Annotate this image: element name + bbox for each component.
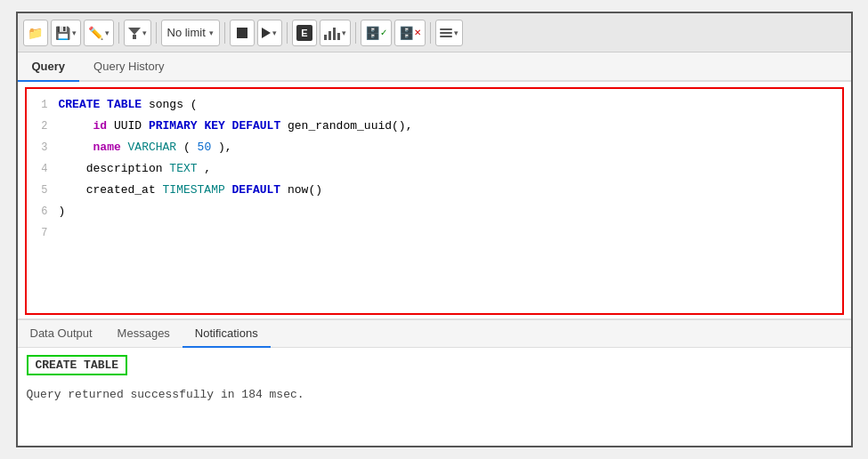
pen-icon — [88, 26, 103, 40]
kw-create: CREATE TABLE — [59, 98, 142, 111]
code-line-5: 5 created_at TIMESTAMP DEFAULT now() — [27, 180, 842, 201]
tab-query-history-label: Query History — [93, 60, 164, 73]
indent-4: description — [59, 162, 170, 175]
line-content-3: name VARCHAR ( 50 ), — [59, 138, 842, 157]
output-message: Query returned successfully in 184 msec. — [27, 388, 842, 401]
kw-name: name — [93, 141, 121, 154]
edit-caret-icon: ▾ — [105, 28, 110, 37]
separator-6 — [430, 22, 431, 44]
type-timestamp: TIMESTAMP — [163, 183, 225, 197]
open-file-button[interactable] — [23, 20, 48, 46]
db-icon-1: 🗄️ — [365, 26, 380, 40]
code-line-3: 3 name VARCHAR ( 50 ), — [27, 137, 842, 158]
explain-icon: E — [296, 25, 312, 41]
kw-primary: PRIMARY KEY DEFAULT — [149, 119, 280, 133]
stop-button[interactable] — [230, 20, 255, 46]
id-paren-close: ), — [218, 141, 232, 154]
output-badge-text: CREATE TABLE — [36, 358, 119, 372]
fn-now: now() — [288, 183, 322, 197]
id-close-paren: ) — [59, 205, 66, 218]
id-paren-open: ( — [183, 141, 191, 154]
line-content-6: ) — [59, 202, 842, 221]
list-caret-icon: ▾ — [454, 28, 458, 37]
line-content-2: id UUID PRIMARY KEY DEFAULT gen_random_u… — [59, 117, 842, 136]
save-button[interactable]: ▾ — [51, 20, 81, 46]
top-tabs: Query Query History — [18, 52, 851, 82]
type-text: TEXT — [169, 162, 197, 175]
edit-button[interactable]: ▾ — [84, 20, 114, 46]
list-icon — [440, 28, 452, 37]
code-line-1: 1 CREATE TABLE songs ( — [27, 94, 842, 116]
db-x-icon: ✕ — [414, 28, 421, 37]
type-varchar: VARCHAR — [128, 141, 177, 154]
kw-id: id — [93, 119, 108, 133]
line-num-5: 5 — [27, 181, 59, 199]
db-check-icon: ✓ — [380, 28, 387, 37]
id-comma-4: , — [204, 162, 211, 175]
code-line-7: 7 — [27, 223, 842, 243]
kw-default-5: DEFAULT — [232, 183, 281, 197]
indent-2 — [59, 119, 86, 133]
play-icon — [262, 28, 271, 38]
tab-query-history[interactable]: Query History — [79, 52, 178, 82]
code-line-2: 2 id UUID PRIMARY KEY DEFAULT gen_random… — [27, 116, 842, 137]
separator-3 — [224, 22, 225, 44]
separator-2 — [156, 22, 157, 44]
chart-icon — [324, 26, 340, 40]
chart-caret-icon: ▾ — [342, 28, 346, 37]
line-content-4: description TEXT , — [59, 159, 842, 179]
folder-icon — [28, 26, 43, 40]
fn-uuid: gen_random_uuid(), — [288, 119, 412, 133]
line-num-7: 7 — [27, 224, 59, 242]
line-num-3: 3 — [27, 139, 59, 157]
no-limit-caret-icon: ▾ — [209, 28, 214, 37]
save-icon — [55, 26, 70, 40]
tab-query[interactable]: Query — [18, 52, 80, 82]
db-icon-2: 🗄️ — [399, 26, 414, 40]
output-message-text: Query returned successfully in 184 msec. — [27, 388, 304, 401]
output-area: CREATE TABLE Query returned successfully… — [18, 348, 851, 446]
line-num-6: 6 — [27, 203, 59, 221]
output-badge: CREATE TABLE — [27, 355, 128, 375]
id-uuid: UUID — [114, 119, 149, 133]
num-50: 50 — [198, 141, 212, 154]
stop-icon — [237, 28, 247, 38]
line-content-5: created_at TIMESTAMP DEFAULT now() — [59, 181, 842, 200]
separator-4 — [287, 22, 288, 44]
db-button-1[interactable]: 🗄️ ✓ — [361, 20, 392, 46]
filter-icon — [128, 28, 141, 38]
tab-notifications[interactable]: Notifications — [183, 320, 271, 348]
tab-data-output-label: Data Output — [30, 326, 93, 340]
list-button[interactable]: ▾ — [435, 20, 463, 46]
run-caret-icon: ▾ — [272, 28, 277, 37]
no-limit-label: No limit — [167, 26, 206, 39]
bottom-tabs: Data Output Messages Notifications — [18, 318, 851, 348]
indent-5: created_at — [59, 183, 163, 197]
run-button[interactable]: ▾ — [257, 20, 282, 46]
toolbar: ▾ ▾ ▾ No limit ▾ ▾ E — [18, 13, 851, 52]
filter-button[interactable]: ▾ — [124, 20, 151, 46]
no-limit-dropdown[interactable]: No limit ▾ — [161, 20, 220, 46]
db-button-2[interactable]: 🗄️ ✕ — [394, 20, 426, 46]
code-lines: 1 CREATE TABLE songs ( 2 id UUID PRIMARY… — [27, 89, 842, 248]
indent-3 — [59, 141, 86, 154]
filter-caret-icon: ▾ — [142, 28, 147, 37]
code-editor[interactable]: 1 CREATE TABLE songs ( 2 id UUID PRIMARY… — [25, 87, 844, 315]
explain-button[interactable]: E — [292, 20, 317, 46]
tab-notifications-label: Notifications — [195, 326, 258, 340]
tab-query-label: Query — [32, 60, 66, 73]
main-window: ▾ ▾ ▾ No limit ▾ ▾ E — [16, 12, 853, 447]
code-line-4: 4 description TEXT , — [27, 158, 842, 180]
line-content-1: CREATE TABLE songs ( — [59, 95, 842, 115]
chart-button[interactable]: ▾ — [320, 20, 351, 46]
separator-1 — [118, 22, 119, 44]
tab-messages-label: Messages — [118, 326, 170, 340]
line-num-1: 1 — [27, 96, 59, 114]
separator-5 — [355, 22, 356, 44]
id-songs: songs ( — [149, 98, 198, 111]
save-caret-icon: ▾ — [72, 28, 77, 37]
tab-data-output[interactable]: Data Output — [18, 320, 105, 348]
tab-messages[interactable]: Messages — [105, 320, 183, 348]
line-num-4: 4 — [27, 160, 59, 178]
code-line-6: 6 ) — [27, 201, 842, 222]
